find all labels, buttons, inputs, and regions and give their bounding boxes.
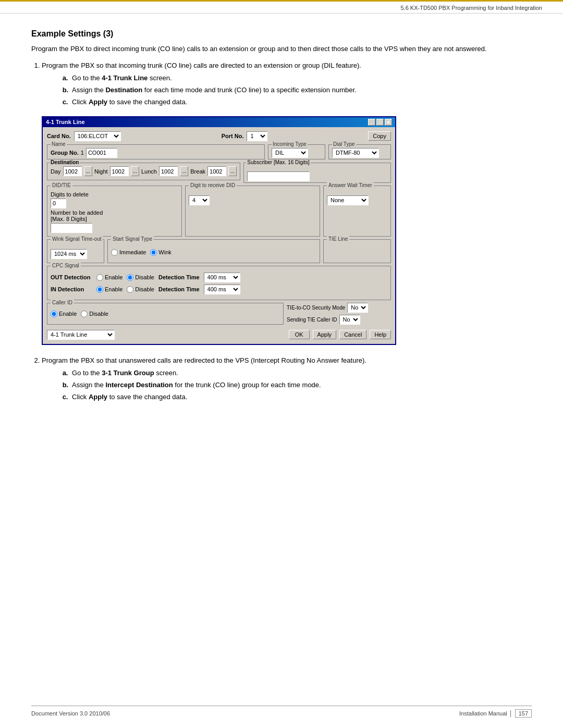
wink-radio[interactable]	[150, 249, 157, 256]
restore-button[interactable]: □	[376, 119, 384, 126]
cpc-group: CPC Signal OUT Detection Enable Disable …	[47, 266, 391, 300]
name-input[interactable]	[86, 148, 117, 158]
digit-receive-select[interactable]: 4	[189, 195, 210, 205]
start-signal-group: Start Signal Type Immediate Wink	[107, 239, 320, 263]
out-enable-label[interactable]: Enable	[96, 274, 123, 281]
sending-tie-label: Sending TIE Caller ID	[287, 317, 337, 323]
break-ellipsis-button[interactable]: ...	[228, 166, 237, 176]
digits-delete-input[interactable]	[51, 199, 66, 208]
step2-substeps: a. Go to the 3-1 Trunk Group screen. b. …	[52, 368, 532, 402]
group-no-label: Group No.	[51, 150, 79, 156]
tie-security-group: TIE-to-CO Security Mode No Sending TIE C…	[287, 303, 391, 325]
step2-sub-b-text: Assign the Intercept Destination for the…	[72, 381, 321, 389]
caller-disable-radio[interactable]	[81, 311, 88, 317]
step2-text: Program the PBX so that unanswered calls…	[42, 356, 366, 364]
step1-sub-b: b. Assign the Destination for each time …	[52, 85, 532, 96]
caller-enable-label[interactable]: Enable	[51, 311, 77, 317]
out-detection-time-select[interactable]: 400 ms	[204, 273, 240, 282]
digit-receive-label: Digit to receive DID	[189, 182, 237, 188]
wink-signal-label: Wink	[158, 249, 171, 255]
step1-sub-c: c. Click Apply to save the changed data.	[52, 97, 532, 108]
port-no-select[interactable]: 1	[247, 131, 267, 141]
copy-button[interactable]: Copy	[368, 131, 391, 141]
step1-sub-a-text: Go to the 4-1 Trunk Line screen.	[72, 74, 172, 82]
day-input[interactable]	[63, 166, 82, 176]
caller-disable-label[interactable]: Disable	[81, 311, 108, 317]
incoming-type-select[interactable]: DIL	[272, 148, 308, 158]
sending-tie-row: Sending TIE Caller ID No	[287, 315, 391, 325]
name-group-label: Name	[51, 141, 67, 147]
in-enable-label[interactable]: Enable	[96, 286, 123, 293]
sending-tie-select[interactable]: No	[339, 315, 360, 325]
dial-type-select[interactable]: DTMF-80	[332, 148, 379, 158]
step2-sub-a-text: Go to the 3-1 Trunk Group screen.	[72, 369, 178, 377]
subscriber-label: Subscriber [Max. 16 Digits]	[246, 159, 311, 165]
intro-paragraph: Program the PBX to direct incoming trunk…	[31, 44, 532, 54]
wink-group: Wink Signal Time-out 1024 ms	[47, 239, 104, 263]
lunch-input[interactable]	[159, 166, 178, 176]
caller-enable-radio[interactable]	[51, 311, 57, 317]
lunch-ellipsis-button[interactable]: ...	[180, 166, 188, 176]
day-ellipsis-button[interactable]: ...	[84, 166, 92, 176]
number-added-label: Number to be added	[51, 209, 178, 216]
wink-select[interactable]: 1024 ms	[51, 249, 87, 259]
in-disable-label[interactable]: Disable	[127, 286, 154, 293]
start-signal-label: Start Signal Type	[111, 236, 154, 242]
card-no-select[interactable]: 106:ELCOT	[74, 131, 121, 141]
dialog-wrapper: 4-1 Trunk Line _ □ ✕ Card No. 106:ELCOT …	[42, 116, 532, 345]
night-input[interactable]	[110, 166, 129, 176]
wink-radio-label[interactable]: Wink	[150, 249, 171, 256]
port-no-label: Port No.	[222, 133, 244, 139]
step1-sub-b-text: Assign the Destination for each time mod…	[72, 86, 357, 94]
header-title: 5.6 KX-TD500 PBX Programming for Inband …	[401, 5, 542, 11]
page-header: 5.6 KX-TD500 PBX Programming for Inband …	[0, 0, 563, 14]
in-enable-radio[interactable]	[96, 286, 103, 293]
out-disable-label[interactable]: Disable	[127, 274, 154, 281]
titlebar-buttons: _ □ ✕	[368, 119, 392, 126]
in-disable-radio[interactable]	[127, 286, 133, 293]
immediate-radio[interactable]	[111, 249, 118, 256]
dialog-title: 4-1 Trunk Line	[46, 119, 85, 125]
tie-co-security-select[interactable]: No	[347, 303, 368, 313]
steps-list-2: Program the PBX so that unanswered calls…	[42, 355, 532, 403]
steps-list: Program the PBX so that incoming trunk (…	[42, 60, 532, 108]
step2-sub-b: b. Assign the Intercept Destination for …	[52, 380, 532, 391]
step1-sub-c-text: Click Apply to save the changed data.	[72, 98, 187, 106]
night-ellipsis-button[interactable]: ...	[131, 166, 139, 176]
step1-sub-a: a. Go to the 4-1 Trunk Line screen.	[52, 73, 532, 84]
cancel-button[interactable]: Cancel	[339, 330, 366, 339]
number-added-input[interactable]	[51, 223, 92, 233]
immediate-radio-label[interactable]: Immediate	[111, 249, 146, 256]
in-detection-time-select[interactable]: 400 ms	[204, 285, 240, 294]
tie-co-security-label: TIE-to-CO Security Mode	[287, 305, 345, 311]
dialog-bottom-bar: 4-1 Trunk Line OK Apply Cancel Help	[47, 328, 391, 340]
minimize-button[interactable]: _	[368, 119, 375, 126]
destination-label: Destination	[50, 159, 80, 165]
page-footer: Document Version 3.0 2010/06 Installatio…	[31, 706, 532, 718]
step-2: Program the PBX so that unanswered calls…	[42, 355, 532, 403]
apply-button[interactable]: Apply	[313, 330, 337, 339]
tie-co-security-row: TIE-to-CO Security Mode No	[287, 303, 391, 313]
in-detection-time-label: Detection Time	[158, 286, 200, 292]
close-button[interactable]: ✕	[385, 119, 392, 126]
footer-right: Installation Manual	[459, 710, 507, 717]
bottom-select[interactable]: 4-1 Trunk Line	[47, 330, 115, 340]
answer-timer-select[interactable]: None	[327, 195, 369, 205]
page-number: 157	[515, 709, 532, 718]
subscriber-input[interactable]	[247, 171, 310, 181]
break-input[interactable]	[207, 166, 226, 176]
digits-delete-row: Digits to delete	[51, 191, 178, 198]
lunch-label: Lunch	[141, 168, 157, 175]
ok-button[interactable]: OK	[289, 330, 310, 339]
name-group: Name Group No. 1	[47, 144, 265, 159]
tie-line-label: TIE Line	[327, 236, 349, 242]
card-no-label: Card No.	[47, 133, 71, 139]
footer-left: Document Version 3.0 2010/06	[31, 710, 110, 717]
middle-row-1: DID/TIE Digits to delete Number to be ad…	[47, 186, 391, 237]
help-button[interactable]: Help	[370, 330, 391, 339]
out-enable-radio[interactable]	[96, 274, 103, 281]
out-disable-radio[interactable]	[127, 274, 133, 281]
step2-sub-c-text: Click Apply to save the changed data.	[72, 393, 187, 401]
section-title: Example Settings (3)	[31, 29, 532, 39]
step2-sub-a: a. Go to the 3-1 Trunk Group screen.	[52, 368, 532, 379]
